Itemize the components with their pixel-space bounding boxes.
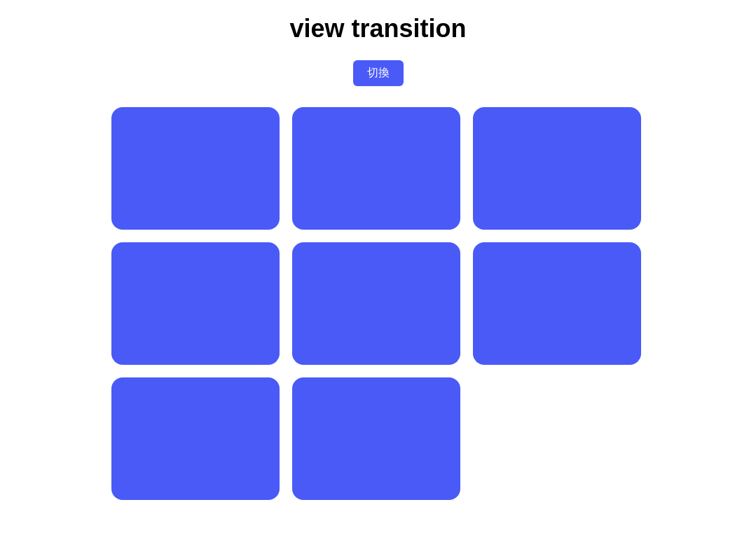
- grid-item: [292, 242, 460, 365]
- switch-button[interactable]: 切換: [353, 60, 404, 86]
- grid-item: [111, 377, 280, 500]
- page-title: view transition: [289, 14, 466, 43]
- grid-item: [111, 242, 280, 365]
- grid-container: [111, 107, 645, 500]
- grid-item: [473, 107, 641, 230]
- grid-item: [292, 377, 460, 500]
- grid-item: [473, 242, 641, 365]
- grid-item: [111, 107, 280, 230]
- grid-item: [292, 107, 460, 230]
